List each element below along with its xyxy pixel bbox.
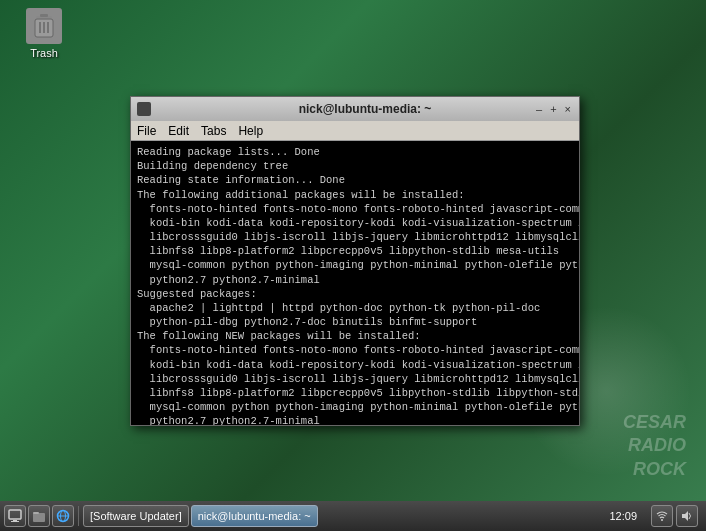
trash-label: Trash [30, 47, 58, 59]
menu-file[interactable]: File [137, 124, 156, 138]
taskbar-software-updater-label: [Software Updater] [90, 510, 182, 522]
svg-rect-10 [33, 512, 39, 514]
taskbar-browser[interactable] [52, 505, 74, 527]
terminal-title-icon [137, 102, 151, 116]
terminal-titlebar: nick@lubuntu-media: ~ – + × [131, 97, 579, 121]
taskbar: [Software Updater] nick@lubuntu-media: ~… [0, 501, 706, 531]
watermark-line1: CESAR [623, 411, 686, 434]
terminal-window-controls[interactable]: – + × [534, 103, 573, 115]
svg-point-14 [661, 519, 663, 521]
taskbar-terminal-label: nick@lubuntu-media: ~ [198, 510, 311, 522]
taskbar-show-desktop[interactable] [4, 505, 26, 527]
terminal-content[interactable]: Reading package lists... Done Building d… [131, 141, 579, 425]
taskbar-clock: 12:09 [601, 510, 645, 522]
taskbar-filemanager[interactable] [28, 505, 50, 527]
volume-icon[interactable] [676, 505, 698, 527]
taskbar-software-updater[interactable]: [Software Updater] [83, 505, 189, 527]
trash-icon-image [26, 8, 62, 44]
trash-icon[interactable]: Trash [14, 8, 74, 59]
terminal-title: nick@lubuntu-media: ~ [157, 102, 573, 116]
menu-tabs[interactable]: Tabs [201, 124, 226, 138]
maximize-button[interactable]: + [548, 103, 558, 115]
close-button[interactable]: × [563, 103, 573, 115]
terminal-window: nick@lubuntu-media: ~ – + × File Edit Ta… [130, 96, 580, 426]
svg-rect-1 [40, 14, 48, 17]
taskbar-separator-1 [78, 506, 79, 526]
desktop: Trash nick@lubuntu-media: ~ – + × File E… [0, 0, 706, 531]
menu-help[interactable]: Help [238, 124, 263, 138]
terminal-menubar: File Edit Tabs Help [131, 121, 579, 141]
menu-edit[interactable]: Edit [168, 124, 189, 138]
taskbar-tray [647, 505, 702, 527]
clock-time: 12:09 [609, 510, 637, 522]
svg-rect-6 [9, 510, 21, 519]
watermark: CESAR RADIO ROCK [623, 411, 686, 481]
watermark-line3: ROCK [623, 458, 686, 481]
watermark-line2: RADIO [623, 434, 686, 457]
network-icon[interactable] [651, 505, 673, 527]
svg-rect-8 [11, 521, 19, 522]
minimize-button[interactable]: – [534, 103, 544, 115]
taskbar-terminal[interactable]: nick@lubuntu-media: ~ [191, 505, 318, 527]
svg-rect-9 [33, 513, 45, 522]
svg-marker-15 [682, 511, 688, 521]
